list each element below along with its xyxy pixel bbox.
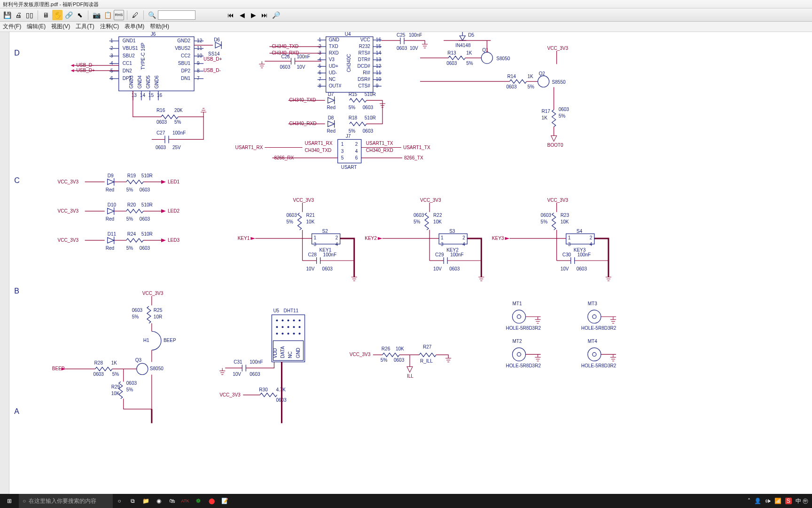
svg-text:100nF: 100nF [250, 359, 263, 365]
side-panel [0, 32, 9, 494]
svg-point-324 [287, 333, 289, 334]
svg-text:VCC_3V3: VCC_3V3 [219, 392, 241, 397]
store-icon[interactable]: 🛍 [165, 494, 179, 508]
record-icon[interactable]: ⬤ [205, 494, 218, 508]
svg-text:CTS#: CTS# [358, 83, 370, 88]
svg-text:0603: 0603 [414, 213, 424, 218]
svg-point-323 [281, 333, 283, 334]
svg-text:10V: 10V [410, 46, 418, 51]
ime-text[interactable]: 中 ㊥ [796, 497, 808, 505]
zoom-find-icon[interactable]: 🔎 [271, 10, 281, 20]
svg-text:10V: 10V [306, 266, 315, 271]
svg-text:510R: 510R [365, 115, 376, 120]
svg-text:0603: 0603 [506, 84, 517, 89]
nav-prev-icon[interactable]: ◀ [237, 10, 247, 20]
svg-marker-349 [407, 366, 413, 372]
hand-icon[interactable]: ✋ [52, 10, 62, 20]
print-icon[interactable]: 🖨 [13, 10, 23, 20]
svg-text:VCC_3V3: VCC_3V3 [547, 46, 569, 51]
svg-text:C31: C31 [234, 359, 242, 365]
svg-text:VCC_3V3: VCC_3V3 [547, 198, 569, 203]
svg-text:USB_D-: USB_D- [203, 68, 221, 73]
menu-help[interactable]: 帮助(H) [150, 23, 169, 31]
system-tray[interactable]: ˄ 👤 🕪 📶 S 中 ㊥ [744, 497, 812, 505]
menu-edit[interactable]: 编辑(E) [27, 23, 46, 31]
row-a-label: A [14, 407, 19, 415]
svg-text:5%: 5% [349, 128, 356, 134]
svg-text:USB_D+: USB_D+ [203, 56, 222, 62]
tray-wifi-icon[interactable]: 📶 [774, 498, 781, 504]
svg-text:RTS#: RTS# [358, 50, 370, 56]
svg-text:OUT#: OUT# [329, 83, 342, 88]
atk-icon[interactable]: ATK [179, 494, 192, 508]
svg-text:5%: 5% [286, 219, 293, 224]
taskview-icon[interactable]: ⧉ [126, 494, 139, 508]
wechat-icon[interactable]: ❁ [192, 494, 205, 508]
svg-point-326 [299, 333, 301, 334]
svg-text:510R: 510R [365, 92, 376, 97]
svg-text:R25: R25 [154, 308, 163, 313]
svg-text:GND: GND [329, 37, 339, 42]
select-icon[interactable]: ⬉ [75, 10, 85, 20]
svg-text:HOLE-5R8D3R2: HOLE-5R8D3R2 [506, 363, 541, 368]
clipboard-icon[interactable]: 📋 [102, 10, 113, 20]
save-icon[interactable]: 💾 [2, 10, 12, 20]
svg-text:0603: 0603 [140, 216, 150, 222]
svg-text:C29: C29 [435, 252, 444, 257]
svg-text:R16: R16 [156, 108, 165, 113]
editor-icon[interactable]: 📝 [218, 494, 231, 508]
c26: C26 100nF 0603 10V [259, 54, 321, 70]
rhs-icon[interactable]: RHS [114, 10, 124, 20]
menu-comment[interactable]: 注释(C) [100, 23, 119, 31]
svg-text:5%: 5% [126, 187, 133, 192]
svg-text:SBU2: SBU2 [123, 53, 135, 58]
monitor-icon[interactable]: 🖥 [41, 10, 51, 20]
menu-tools[interactable]: 工具(T) [76, 23, 94, 31]
nav-last-icon[interactable]: ⏭ [259, 10, 270, 20]
dual-page-icon[interactable]: ▯▯ [24, 10, 35, 20]
tray-up-icon[interactable]: ˄ [748, 498, 750, 504]
svg-text:10K: 10K [306, 219, 315, 224]
svg-marker-162 [328, 97, 335, 103]
svg-text:R13: R13 [447, 50, 456, 56]
annotate-icon[interactable]: 🖊 [130, 10, 141, 20]
taskbar-search[interactable]: ○ 在这里输入你要搜索的内容 [19, 494, 113, 508]
svg-text:C28: C28 [308, 252, 317, 257]
svg-text:0603: 0603 [397, 46, 407, 51]
svg-point-318 [281, 326, 283, 328]
svg-text:LED2: LED2 [168, 208, 180, 214]
chrome-icon[interactable]: ◉ [152, 494, 165, 508]
svg-text:0603: 0603 [394, 357, 405, 363]
svg-text:R29: R29 [111, 384, 120, 389]
link-icon[interactable]: 🔗 [63, 10, 74, 20]
cortana-icon[interactable]: ○ [113, 494, 126, 508]
svg-text:2: 2 [336, 235, 338, 240]
svg-text:S8550: S8550 [552, 79, 566, 85]
tray-net-icon[interactable]: 🕪 [765, 498, 771, 504]
ill-block: VCC_3V3 R26 10K 5% 0603 R27 R_ILL ILL [350, 344, 451, 379]
svg-point-321 [299, 326, 301, 328]
svg-marker-241 [250, 237, 255, 240]
svg-text:D6: D6 [214, 37, 220, 42]
start-button[interactable]: ⊞ [0, 494, 19, 508]
menu-file[interactable]: 文件(F) [3, 23, 21, 31]
ime-indicator[interactable]: S [785, 498, 792, 504]
nav-first-icon[interactable]: ⏮ [226, 10, 236, 20]
tray-user-icon[interactable]: 👤 [754, 498, 761, 504]
svg-text:Red: Red [327, 128, 336, 134]
pdf-canvas[interactable]: D C B A J6 TYPE-C 16P GND11VBUS12SBU23CC… [9, 32, 812, 494]
svg-text:VCC_3V3: VCC_3V3 [57, 238, 78, 243]
svg-text:5%: 5% [126, 387, 133, 392]
explorer-icon[interactable]: 📁 [139, 494, 152, 508]
svg-text:5%: 5% [528, 84, 535, 89]
svg-text:R17: R17 [542, 109, 551, 114]
menu-view[interactable]: 视图(V) [51, 23, 70, 31]
svg-text:Q2: Q2 [539, 71, 546, 76]
svg-text:SS14: SS14 [208, 51, 220, 56]
menu-form[interactable]: 表单(M) [125, 23, 144, 31]
nav-next-icon[interactable]: ▶ [248, 10, 258, 20]
svg-text:R26: R26 [382, 346, 390, 351]
find-icon[interactable]: 🔍 [147, 10, 157, 20]
snapshot-icon[interactable]: 📷 [91, 10, 102, 20]
search-input[interactable] [158, 10, 195, 20]
